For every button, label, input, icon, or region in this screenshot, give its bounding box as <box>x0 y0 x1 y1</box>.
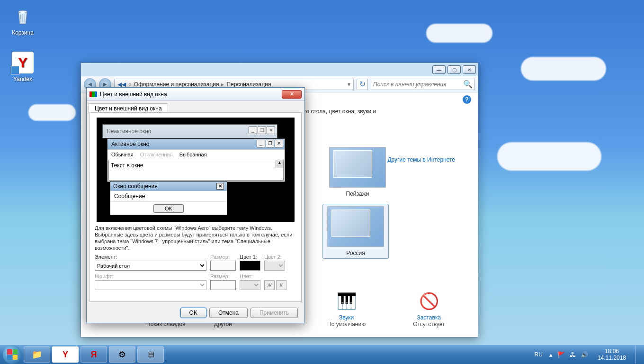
theme-thumb <box>329 147 386 188</box>
ok-button[interactable]: OK <box>180 308 206 318</box>
preview-textbox[interactable]: Текст в окне ▲ <box>108 160 284 181</box>
size-label: Размер: <box>210 254 236 260</box>
font-color-select <box>240 280 260 290</box>
hint-text: Для включения цветовой схемы "Windows Ae… <box>95 225 296 251</box>
network-icon[interactable]: 🖧 <box>570 351 576 358</box>
color-appearance-dialog: Цвет и внешний вид окна ✕ Цвет и внешний… <box>86 87 305 323</box>
color1-label: Цвет 1: <box>240 254 260 260</box>
cancel-button[interactable]: Отмена <box>209 308 248 318</box>
italic-button: К <box>276 280 286 290</box>
breadcrumb[interactable]: Персонализация <box>226 81 271 88</box>
taskbar-yandex[interactable]: Y <box>52 346 79 363</box>
font-size-label: Размер: <box>210 273 236 279</box>
time: 18:06 <box>598 348 626 355</box>
recycle-bin[interactable]: Корзина <box>5 5 41 36</box>
taskbar-personalization[interactable]: 🖥 <box>137 346 164 363</box>
search-box[interactable]: 🔍 <box>371 79 475 90</box>
sounds-title: Звуки <box>327 314 366 321</box>
screensaver-icon: 🚫 <box>418 290 440 312</box>
tab-panel: Неактивное окно _❐✕ Активное окно _❐✕ Об… <box>89 112 302 302</box>
language-indicator[interactable]: RU <box>533 350 545 359</box>
preview-active-window[interactable]: Активное окно _❐✕ Обычная Отключенная Вы… <box>107 138 285 182</box>
help-icon[interactable]: ? <box>463 95 471 104</box>
close-button[interactable]: ✕ <box>463 65 476 74</box>
menu-selected[interactable]: Выбранная <box>179 152 207 157</box>
recycle-bin-icon <box>11 5 34 27</box>
theme-thumb <box>327 206 384 247</box>
yandex-icon: Y <box>11 51 34 74</box>
windows-logo-icon <box>7 349 18 360</box>
inactive-title: Неактивное окно <box>107 128 152 135</box>
more-themes-link[interactable]: Другие темы в Интернете <box>387 156 455 163</box>
show-desktop-button[interactable] <box>635 346 641 364</box>
scrollbar-up-icon[interactable]: ▲ <box>276 160 283 168</box>
menu-normal[interactable]: Обычная <box>111 152 134 157</box>
screensaver-title: Заставка <box>413 314 445 321</box>
msgbox-body: Сообщение <box>110 191 227 201</box>
font-select <box>95 280 206 290</box>
tab-strip: Цвет и внешний вид окна <box>87 101 304 112</box>
dialog-titlebar[interactable]: Цвет и внешний вид окна ✕ <box>87 88 304 101</box>
recycle-bin-label: Корзина <box>12 29 34 36</box>
screensaver-link[interactable]: 🚫 Заставка Отсутствует <box>413 290 445 328</box>
yandex-label: Yandex <box>13 76 32 82</box>
volume-icon[interactable]: 🔊 <box>581 351 588 358</box>
msgbox-title: Окно сообщения <box>113 183 158 190</box>
font-label: Шрифт: <box>95 273 206 279</box>
start-button[interactable] <box>3 345 22 364</box>
msgbox-ok-button[interactable]: OK <box>153 204 184 213</box>
menu-disabled: Отключенная <box>140 152 173 157</box>
minimize-button[interactable]: — <box>432 65 446 74</box>
search-icon: 🔍 <box>463 80 473 89</box>
sounds-link[interactable]: 🎹 Звуки По умолчанию <box>327 290 366 328</box>
bottom-links: 🎹 Звуки По умолчанию 🚫 Заставка Отсутств… <box>327 290 445 328</box>
active-title: Активное окно <box>111 141 150 147</box>
font-size-input <box>210 280 236 290</box>
theme-landscapes[interactable]: Пейзажи <box>324 147 391 197</box>
dialog-title: Цвет и внешний вид окна <box>100 91 167 98</box>
preview-area[interactable]: Неактивное окно _❐✕ Активное окно _❐✕ Об… <box>97 118 295 222</box>
dialog-close-button[interactable]: ✕ <box>282 90 302 99</box>
font-color-label: Цвет: <box>240 273 260 279</box>
color2-select <box>264 261 285 271</box>
taskbar-explorer[interactable]: 📁 <box>24 346 50 363</box>
color1-select[interactable] <box>240 261 260 271</box>
date: 14.11.2018 <box>598 355 626 361</box>
element-select[interactable]: Рабочий стол <box>95 261 206 271</box>
window-text: Текст в окне <box>111 162 143 169</box>
size-input <box>210 261 236 271</box>
theme-label: Россия <box>325 250 386 256</box>
breadcrumb[interactable]: Оформление и персонализация <box>134 81 219 88</box>
theme-label: Пейзажи <box>324 191 391 197</box>
windows-flag-icon <box>89 91 97 97</box>
taskbar[interactable]: 📁 Y Я ⚙ 🖥 RU ▴ 🚩 🖧 🔊 18:06 14.11.2018 <box>0 345 644 364</box>
refresh-button[interactable]: ↻ <box>357 79 368 90</box>
search-input[interactable] <box>373 81 463 88</box>
tray-chevron-icon[interactable]: ▴ <box>549 351 553 358</box>
bold-button: Ж <box>264 280 275 290</box>
maximize-button[interactable]: ▢ <box>447 65 461 74</box>
action-center-icon[interactable]: 🚩 <box>557 351 565 358</box>
sounds-icon: 🎹 <box>335 290 358 312</box>
svg-point-0 <box>18 10 27 13</box>
taskbar-yandex-app[interactable]: Я <box>80 346 107 363</box>
theme-russia[interactable]: Россия <box>322 204 389 259</box>
clock[interactable]: 18:06 14.11.2018 <box>593 348 631 361</box>
element-label: Элемент: <box>95 254 206 260</box>
msgbox-close-icon[interactable]: ✕ <box>216 183 224 190</box>
yandex-shortcut[interactable]: Y Yandex <box>5 51 41 82</box>
taskbar-control-panel[interactable]: ⚙ <box>109 346 135 363</box>
system-tray: RU ▴ 🚩 🖧 🔊 18:06 14.11.2018 <box>533 346 641 364</box>
screensaver-value: Отсутствует <box>413 321 445 328</box>
preview-menu[interactable]: Обычная Отключенная Выбранная <box>107 149 285 159</box>
apply-button[interactable]: Применить <box>250 308 298 318</box>
preview-messagebox[interactable]: Окно сообщения ✕ Сообщение OK <box>110 181 227 215</box>
sounds-value: По умолчанию <box>327 321 366 328</box>
titlebar[interactable]: — ▢ ✕ <box>81 63 478 76</box>
preview-inactive-window[interactable]: Неактивное окно _❐✕ <box>102 124 277 138</box>
color2-label: Цвет 2: <box>264 254 285 260</box>
